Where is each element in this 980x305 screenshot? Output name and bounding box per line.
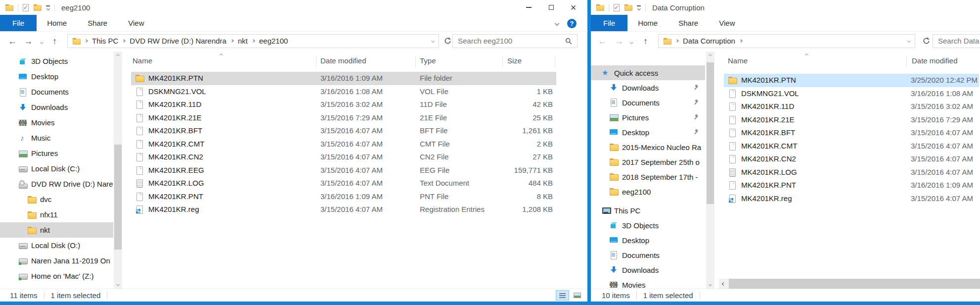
sidebar-item[interactable]: Downloads xyxy=(591,80,705,95)
breadcrumb-trailing-chevron-icon[interactable] xyxy=(739,39,743,43)
up-button[interactable] xyxy=(643,36,648,46)
sidebar-scrollbar[interactable] xyxy=(706,51,714,289)
search-icon[interactable] xyxy=(565,38,572,45)
sidebar-item[interactable]: eeg2100 xyxy=(591,184,705,199)
sidebar-item[interactable]: nkt xyxy=(0,222,113,238)
address-breadcrumb[interactable]: This PC DVD RW Drive (D:) Narendra nkt e… xyxy=(67,34,439,48)
recent-locations-icon[interactable] xyxy=(40,40,44,44)
sidebar-item[interactable]: nfx11 xyxy=(0,207,113,222)
properties-qat-icon[interactable] xyxy=(23,4,29,11)
scrollbar-thumb[interactable] xyxy=(707,62,714,204)
scroll-down-icon[interactable] xyxy=(114,280,122,289)
minimize-button[interactable] xyxy=(518,0,540,15)
file-row[interactable]: DSKMNG21.VOL 3/16/2016 1:08 AM xyxy=(724,87,979,101)
recent-locations-icon[interactable] xyxy=(630,40,633,44)
scroll-down-icon[interactable] xyxy=(706,280,714,289)
sidebar-item[interactable]: Desktop xyxy=(0,69,113,84)
ribbon-tab[interactable]: View xyxy=(709,15,745,31)
title-bar[interactable]: Data Corruption xyxy=(591,0,980,15)
search-input[interactable]: Search Data C xyxy=(933,34,980,48)
sidebar-item[interactable]: 2017 September 25th o xyxy=(591,154,705,169)
ribbon-tab[interactable]: Share xyxy=(668,15,709,31)
up-button[interactable] xyxy=(52,36,57,46)
sidebar-item[interactable]: Documents xyxy=(591,248,705,262)
refresh-button[interactable] xyxy=(921,34,932,48)
sidebar-item[interactable]: Documents xyxy=(0,84,113,100)
ribbon-tab[interactable]: View xyxy=(118,15,154,31)
column-header-date-modified[interactable]: Date modified xyxy=(320,52,366,69)
maximize-button[interactable] xyxy=(540,0,562,15)
sidebar-item[interactable]: Home on 'Mac' (Z:) xyxy=(0,268,113,284)
title-bar[interactable]: eeg2100 xyxy=(0,0,587,15)
scrollbar-thumb[interactable] xyxy=(729,279,980,289)
sidebar-item[interactable]: Music xyxy=(0,130,113,146)
file-row[interactable]: MK4201KR.LOG 3/15/2016 4:07 AM xyxy=(724,166,979,179)
sidebar-item[interactable]: Pictures xyxy=(0,146,113,161)
details-view-button[interactable] xyxy=(556,290,569,301)
file-row[interactable]: MK4201KR.11D 3/15/2016 3:02 AM xyxy=(724,100,979,113)
address-dropdown-icon[interactable] xyxy=(431,39,435,43)
expand-ribbon-icon[interactable] xyxy=(555,21,560,26)
sidebar-item[interactable]: Pictures xyxy=(591,110,705,125)
file-row[interactable]: MK4201KR.PTN 3/16/2016 1:09 AM File fold… xyxy=(131,72,556,85)
customize-qat-dropdown-icon[interactable] xyxy=(637,5,641,10)
sidebar-scrollbar[interactable] xyxy=(114,51,122,289)
sidebar-item[interactable]: dvc xyxy=(0,192,113,207)
sidebar-item[interactable]: Downloads xyxy=(591,262,705,277)
breadcrumb-segment[interactable]: nkt xyxy=(231,37,248,45)
ribbon-tab[interactable]: Home xyxy=(37,15,77,31)
customize-qat-dropdown-icon[interactable] xyxy=(46,5,50,10)
refresh-button[interactable] xyxy=(442,34,453,48)
sidebar-item[interactable]: Movies xyxy=(591,277,705,289)
address-dropdown-icon[interactable] xyxy=(907,39,911,43)
file-row[interactable]: MK4201KR.BFT 3/15/2016 4:07 AM BFT File … xyxy=(131,124,556,138)
search-input[interactable]: Search eeg2100 xyxy=(452,34,578,48)
file-row[interactable]: MK4201KR.PTN 3/25/2020 12:42 PM xyxy=(724,74,979,87)
sidebar-item[interactable]: Documents xyxy=(591,95,705,110)
back-button[interactable] xyxy=(8,36,17,46)
sidebar-item[interactable]: 2015-Mexico Nucleo Ra xyxy=(591,140,705,154)
sidebar-item[interactable]: Desktop xyxy=(591,233,705,248)
forward-button[interactable] xyxy=(615,36,624,46)
file-row[interactable]: MK4201KR.reg 3/15/2016 4:07 AM xyxy=(724,192,979,205)
file-row[interactable]: MK4201KR.PNT 3/16/2016 1:09 AM xyxy=(724,179,979,192)
sidebar-item[interactable]: Naren Jana 11-2019 On xyxy=(0,253,113,268)
column-header-type[interactable]: Type xyxy=(420,52,436,69)
file-row[interactable]: MK4201KR.LOG 3/15/2016 4:07 AM Text Docu… xyxy=(131,177,556,190)
new-folder-qat-icon[interactable] xyxy=(34,4,41,11)
scroll-left-icon[interactable] xyxy=(719,279,728,289)
horizontal-scrollbar[interactable] xyxy=(719,279,980,289)
column-header-name[interactable]: Name xyxy=(728,52,748,69)
ribbon-tab[interactable]: Share xyxy=(77,15,118,31)
sidebar-item[interactable]: Local Disk (C:) xyxy=(0,161,113,176)
help-icon[interactable] xyxy=(567,19,577,28)
address-breadcrumb[interactable]: Data Corruption xyxy=(658,34,915,48)
back-button[interactable] xyxy=(598,36,607,46)
sidebar-item[interactable]: Desktop xyxy=(591,125,705,140)
file-row[interactable]: MK4201KR.11D 3/15/2016 3:02 AM 11D File … xyxy=(131,98,556,111)
column-header-size[interactable]: Size xyxy=(507,52,522,69)
thumbnail-view-button[interactable] xyxy=(571,290,584,301)
breadcrumb-segment[interactable]: DVD RW Drive (D:) Narendra xyxy=(123,37,226,45)
sidebar-item[interactable]: This PC xyxy=(591,203,705,218)
ribbon-tab[interactable]: File xyxy=(0,15,37,31)
breadcrumb-segment[interactable]: Data Corruption xyxy=(676,37,735,45)
column-header-name[interactable]: Name xyxy=(133,52,152,69)
new-folder-qat-icon[interactable] xyxy=(624,4,632,11)
file-row[interactable]: MK4201KR.21E 3/15/2016 7:29 AM 21E File … xyxy=(131,111,556,125)
file-row[interactable]: MK4201KR.CMT 3/15/2016 4:07 AM CMT File … xyxy=(131,138,556,151)
close-button[interactable] xyxy=(562,0,584,15)
sidebar-item[interactable]: Movies xyxy=(0,115,113,130)
forward-button[interactable] xyxy=(24,36,33,46)
file-row[interactable]: MK4201KR.21E 3/15/2016 7:29 AM xyxy=(724,113,979,127)
breadcrumb-segment[interactable]: eeg2100 xyxy=(252,37,288,45)
file-row[interactable]: MK4201KR.CN2 3/15/2016 4:07 AM xyxy=(724,152,979,166)
breadcrumb-segment[interactable]: This PC xyxy=(85,37,118,45)
sidebar-item[interactable]: Local Disk (O:) xyxy=(0,238,113,253)
sidebar-item[interactable] xyxy=(0,284,113,289)
sidebar-item[interactable]: DVD RW Drive (D:) Nare xyxy=(0,176,113,192)
sidebar-item[interactable]: 2018 September 17th - xyxy=(591,169,705,184)
file-row[interactable]: MK4201KR.BFT 3/15/2016 4:07 AM xyxy=(724,126,979,140)
sidebar-item[interactable]: 3D Objects xyxy=(591,218,705,233)
ribbon-tab[interactable]: File xyxy=(591,15,627,31)
